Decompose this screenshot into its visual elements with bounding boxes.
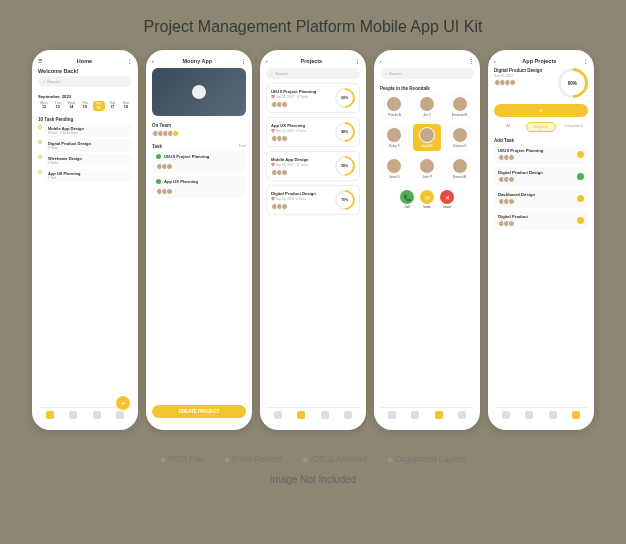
task-list: UI/UX Project PlanningApp UX Planning: [152, 151, 246, 201]
tab[interactable]: All: [494, 122, 523, 132]
project-card[interactable]: Mobile App Design📅 Sep 16, 2022 · 12 Tas…: [266, 151, 360, 181]
person-card[interactable]: Emanuel E: [445, 93, 474, 120]
search-input[interactable]: ⌕Search: [266, 68, 360, 79]
nav-item[interactable]: [321, 411, 329, 419]
back-icon[interactable]: ‹: [266, 58, 268, 64]
back-icon[interactable]: ‹: [494, 58, 496, 64]
create-project-button[interactable]: CREATE PROJECT: [152, 405, 246, 418]
welcome-text: Welcome Back!: [38, 68, 132, 74]
nav-item[interactable]: [411, 411, 419, 419]
features-row: PSD FilePixel PerfectiOS & AndroidOrgani…: [160, 454, 465, 464]
person-card[interactable]: Janet S: [380, 155, 409, 182]
people-grid: Priscila AJim CEmanuel ERuby SJacob KVic…: [380, 93, 474, 182]
invite-button[interactable]: ✉: [420, 190, 434, 204]
menu-icon[interactable]: ⋮: [583, 58, 588, 64]
task-card[interactable]: App UX Planning: [152, 176, 246, 198]
nav-item[interactable]: [344, 411, 352, 419]
task-label: Task: [152, 144, 162, 149]
tab[interactable]: Completed: [559, 122, 588, 132]
calendar-day[interactable]: Sat17: [106, 101, 118, 111]
person-card[interactable]: Norma M: [445, 155, 474, 182]
calendar-day[interactable]: Tue13: [52, 101, 64, 111]
menu-icon[interactable]: ⋮: [469, 58, 474, 64]
search-icon: ⌕: [385, 71, 387, 76]
nav-item[interactable]: [435, 411, 443, 419]
header-title: Moony App: [182, 58, 212, 64]
menu-icon[interactable]: ⋮: [241, 58, 246, 64]
nav-item[interactable]: [46, 411, 54, 419]
task-timeline: Mobile App Design6 Days · 5 Tasks DoneDi…: [38, 124, 132, 184]
person-card[interactable]: Jim C: [413, 93, 442, 120]
tabs: AllOngoingCompleted: [494, 122, 588, 132]
person-card[interactable]: Josh P: [413, 155, 442, 182]
nav-item[interactable]: [458, 411, 466, 419]
disclaimer: Image Not Included: [270, 474, 357, 485]
task-card[interactable]: Dashboard Design: [494, 189, 588, 208]
timeline-item[interactable]: Wireframe Design4 Tasks: [38, 154, 132, 167]
calendar-day[interactable]: Mon12: [38, 101, 50, 111]
calendar-day[interactable]: Sun18: [120, 101, 132, 111]
tab[interactable]: Ongoing: [526, 122, 557, 132]
feature-item: PSD File: [160, 454, 203, 464]
task-list: UI/UX Project PlanningDigital Product De…: [494, 145, 588, 233]
on-team-label: On Team: [152, 123, 171, 128]
nav-item[interactable]: [525, 411, 533, 419]
search-input[interactable]: ⌕Search: [38, 76, 132, 87]
bottom-nav: [266, 407, 360, 422]
team-avatars[interactable]: [152, 130, 246, 137]
calendar: Mon12Tue13Wed14Thu15Fri16Sat17Sun18: [38, 101, 132, 111]
month-label: September, 2022: [38, 94, 132, 99]
task-card[interactable]: UI/UX Project Planning: [494, 145, 588, 164]
phones-row: ☰ Home ⋮ Welcome Back! ⌕Search September…: [32, 50, 594, 430]
nav-item[interactable]: [549, 411, 557, 419]
nav-item[interactable]: [274, 411, 282, 419]
task-card[interactable]: Digital Product Design: [494, 167, 588, 186]
back-icon[interactable]: ‹: [380, 58, 382, 64]
back-icon[interactable]: ‹: [152, 58, 154, 64]
add-task-label: Add Task: [494, 138, 514, 143]
feature-item: Organized Layers: [387, 454, 466, 464]
project-card[interactable]: Digital Product Design📅 Sep 16, 2022 · 6…: [266, 185, 360, 215]
main-title: Project Management Platform Mobile App U…: [144, 18, 483, 36]
search-input[interactable]: ⌕Search: [380, 68, 474, 79]
header-title: App Projects: [522, 58, 556, 64]
people-section-label: People in the Roomtalk: [380, 86, 430, 91]
leave-button[interactable]: ✕: [440, 190, 454, 204]
timeline-item[interactable]: Mobile App Design6 Days · 5 Tasks Done: [38, 124, 132, 137]
call-button[interactable]: 📞: [400, 190, 414, 204]
nav-item[interactable]: [388, 411, 396, 419]
nav-item[interactable]: [572, 411, 580, 419]
bottom-nav: [380, 407, 474, 422]
calendar-day[interactable]: Fri16: [93, 101, 105, 111]
hero-image: [152, 68, 246, 116]
add-fab[interactable]: +: [116, 396, 130, 410]
top-project-title: Digital Product Design: [494, 68, 542, 73]
nav-item[interactable]: [69, 411, 77, 419]
task-card[interactable]: Digital Product: [494, 211, 588, 230]
nav-item[interactable]: [502, 411, 510, 419]
notif-icon[interactable]: ⋮: [127, 58, 132, 64]
top-project-date: Sep 16, 2022: [494, 74, 542, 78]
project-card[interactable]: UI/UX Project Planning📅 Sep 16, 2022 · 1…: [266, 83, 360, 113]
add-task-button[interactable]: +: [494, 104, 588, 117]
feature-item: iOS & Android: [302, 454, 366, 464]
calendar-day[interactable]: Thu15: [79, 101, 91, 111]
search-icon: ⌕: [43, 79, 45, 84]
person-card[interactable]: Jacob K: [413, 124, 442, 151]
person-card[interactable]: Priscila A: [380, 93, 409, 120]
menu-icon[interactable]: ☰: [38, 58, 42, 64]
nav-item[interactable]: [297, 411, 305, 419]
task-card[interactable]: UI/UX Project Planning: [152, 151, 246, 173]
project-card[interactable]: App UX Planning📅 Sep 16, 2022 · 8 Tasks9…: [266, 117, 360, 147]
timeline-item[interactable]: Digital Product Design3 Tasks: [38, 139, 132, 152]
action-row: 📞 Call ✉ Invite ✕ Leave: [380, 190, 474, 209]
person-card[interactable]: Ruby S: [380, 124, 409, 151]
project-list: UI/UX Project Planning📅 Sep 16, 2022 · 1…: [266, 83, 360, 219]
screen-people: ‹ ⋮ ⌕Search People in the Roomtalk Prisc…: [374, 50, 480, 430]
menu-icon[interactable]: ⋮: [355, 58, 360, 64]
nav-item[interactable]: [116, 411, 124, 419]
nav-item[interactable]: [93, 411, 101, 419]
calendar-day[interactable]: Wed14: [65, 101, 77, 111]
timeline-item[interactable]: App UX Planning1 Task: [38, 169, 132, 182]
person-card[interactable]: Victoria S: [445, 124, 474, 151]
